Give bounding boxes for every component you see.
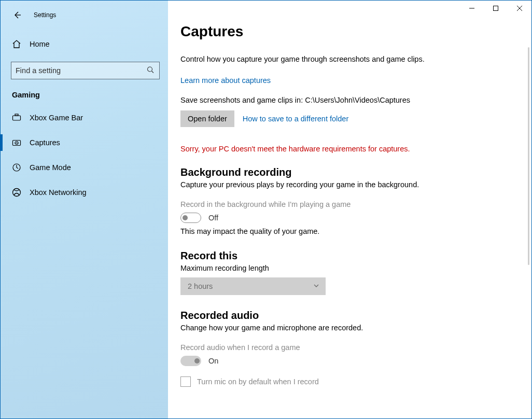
search-icon: [147, 66, 154, 75]
max-length-label: Maximum recording length: [180, 264, 511, 272]
svg-point-13: [13, 189, 21, 197]
bg-impact-text: This may impact the quality of your game…: [180, 227, 511, 235]
chevron-down-icon: [313, 282, 319, 290]
bg-toggle-state: Off: [208, 214, 218, 222]
bg-toggle-label: Record in the background while I'm playi…: [180, 200, 511, 208]
sidebar-item-label: Captures: [30, 138, 60, 147]
audio-heading: Recorded audio: [180, 310, 511, 322]
open-folder-button[interactable]: Open folder: [180, 110, 234, 127]
game-bar-icon: [12, 113, 21, 122]
sidebar-item-label: Xbox Game Bar: [30, 114, 83, 122]
bg-recording-toggle[interactable]: [180, 213, 201, 223]
svg-point-11: [16, 143, 17, 144]
bg-desc: Capture your previous plays by recording…: [180, 180, 511, 189]
captures-icon: [12, 138, 21, 147]
svg-line-6: [152, 71, 154, 73]
mic-check-label: Turn mic on by default when I record: [197, 378, 319, 386]
max-length-select[interactable]: 2 hours: [180, 277, 326, 295]
search-box[interactable]: [11, 62, 160, 79]
svg-rect-7: [13, 116, 21, 120]
svg-rect-8: [15, 114, 18, 116]
back-button[interactable]: [11, 9, 23, 21]
record-this-section: Record this Maximum recording length 2 h…: [180, 250, 511, 295]
background-recording-section: Background recording Capture your previo…: [180, 166, 511, 235]
close-button[interactable]: [508, 1, 531, 16]
sidebar-item-label: Game Mode: [30, 163, 71, 172]
sidebar-item-home[interactable]: Home: [1, 32, 168, 57]
main-pane: Captures Control how you capture your ga…: [168, 1, 531, 418]
xbox-icon: [12, 188, 21, 197]
sidebar-item-captures[interactable]: Captures: [1, 130, 168, 155]
minimize-button[interactable]: [460, 1, 484, 16]
record-audio-toggle[interactable]: [180, 356, 201, 366]
page-title: Captures: [180, 23, 511, 40]
maximize-button[interactable]: [484, 1, 508, 16]
sidebar: Settings Home Gaming: [1, 1, 168, 418]
hardware-error-text: Sorry, your PC doesn't meet the hardware…: [180, 145, 511, 153]
sidebar-item-xbox-networking[interactable]: Xbox Networking: [1, 180, 168, 205]
scrollbar[interactable]: [528, 47, 529, 265]
game-mode-icon: [12, 163, 21, 172]
sidebar-item-label: Xbox Networking: [30, 188, 87, 197]
bg-heading: Background recording: [180, 166, 511, 178]
learn-more-link[interactable]: Learn more about captures: [180, 76, 271, 85]
svg-point-5: [148, 67, 152, 72]
intro-text: Control how you capture your game throug…: [180, 54, 511, 65]
audio-toggle-label: Record audio when I record a game: [180, 343, 511, 352]
save-different-folder-link[interactable]: How to save to a different folder: [243, 115, 348, 123]
max-length-value: 2 hours: [188, 282, 213, 290]
home-icon: [12, 39, 21, 49]
record-this-heading: Record this: [180, 250, 511, 262]
window-controls: [460, 1, 531, 17]
home-label: Home: [30, 40, 50, 48]
recorded-audio-section: Recorded audio Change how your game and …: [180, 310, 511, 387]
settings-window: Settings Home Gaming: [0, 0, 532, 419]
sidebar-item-xbox-game-bar[interactable]: Xbox Game Bar: [1, 105, 168, 130]
app-title: Settings: [34, 11, 56, 19]
sidebar-section-label: Gaming: [1, 79, 168, 105]
scroll-area[interactable]: Captures Control how you capture your ga…: [168, 1, 531, 418]
search-input[interactable]: [16, 66, 155, 75]
mic-default-checkbox[interactable]: [180, 376, 191, 387]
audio-toggle-state: On: [208, 357, 218, 365]
sidebar-item-game-mode[interactable]: Game Mode: [1, 155, 168, 180]
audio-desc: Change how your game and microphone are …: [180, 324, 511, 332]
svg-rect-1: [494, 6, 498, 11]
save-path-text: Save screenshots and game clips in: C:\U…: [180, 96, 511, 104]
